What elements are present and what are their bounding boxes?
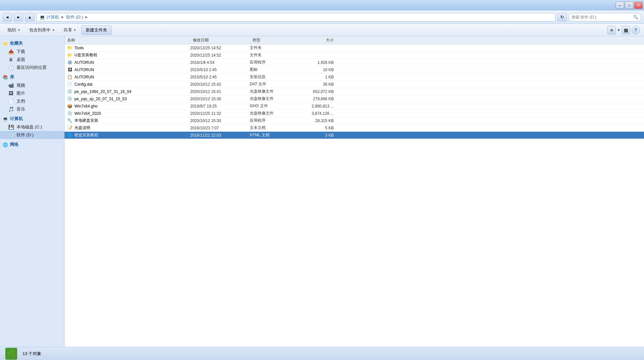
file-name-text: pe_yqs_xp_20_07_31_15_53 <box>74 97 127 101</box>
file-name-text: Win7x64.gho <box>74 104 98 109</box>
sidebar-computer-header[interactable]: 💻 计算机 <box>0 114 64 123</box>
main-layout: ⭐ 收藏夹 📥 下载 🖥 桌面 🕐 最近访问的位置 📚 库 <box>0 36 644 347</box>
up-button[interactable]: ▲ <box>25 13 34 22</box>
file-date-cell: 2016/1/8 4:54 <box>190 60 250 65</box>
sidebar-item-pictures[interactable]: 🖼 图片 <box>0 89 64 97</box>
sidebar-network-header[interactable]: 🌐 网络 <box>0 140 64 149</box>
col-header-type[interactable]: 类型 <box>250 37 296 43</box>
table-row[interactable]: 🔧 本地硬盘安装 2020/10/12 15:30 应用程序 28,315 KB <box>64 117 644 124</box>
help-button[interactable]: ? <box>631 26 640 34</box>
computer-label: 计算机 <box>10 116 23 122</box>
help-icon: ? <box>634 27 637 32</box>
sidebar-item-documents[interactable]: 📄 文档 <box>0 97 64 105</box>
sidebar-item-download[interactable]: 📥 下载 <box>0 48 64 56</box>
minimize-button[interactable]: ─ <box>616 2 624 9</box>
table-row[interactable]: 🖼 AUTORUN 2015/5/10 2:45 图标 10 KB <box>64 66 644 73</box>
details-view-button[interactable]: ▦ <box>622 26 630 34</box>
file-name-cell: 📁 Tools <box>64 45 190 51</box>
breadcrumb-icon: 💻 <box>39 15 45 20</box>
file-name-text: 本地硬盘安装 <box>74 118 98 123</box>
table-row[interactable]: 💿 Win7x64_2020 2020/12/25 11:32 光盘映像文件 3… <box>64 110 644 117</box>
back-button[interactable]: ◄ <box>3 13 12 22</box>
library-label: 库 <box>10 74 14 80</box>
pictures-icon: 🖼 <box>8 90 14 96</box>
file-type-cell: 光盘映像文件 <box>250 89 296 94</box>
col-header-name[interactable]: 名称 <box>64 37 190 43</box>
file-type-icon: 📦 <box>67 104 72 109</box>
table-row[interactable]: ⚙️ AUTORUN 2016/1/8 4:54 应用程序 1,926 KB <box>64 59 644 66</box>
favorites-icon: ⭐ <box>3 41 8 46</box>
file-name-cell: ⚙️ AUTORUN <box>64 60 190 65</box>
file-size-cell: 652,072 KB <box>296 89 339 94</box>
share-arrow: ▼ <box>73 28 76 32</box>
table-row[interactable]: 📋 AUTORUN 2015/5/10 2:45 安装信息 1 KB <box>64 73 644 81</box>
breadcrumb[interactable]: 💻 计算机 ► 软件 (D:) ► <box>36 13 555 22</box>
table-row[interactable]: 💿 pe_yqs_xp_20_07_31_15_53 2020/10/12 15… <box>64 95 644 103</box>
file-name-cell: 🖼 AUTORUN <box>64 67 190 72</box>
new-folder-button[interactable]: 新建文件夹 <box>81 25 111 35</box>
file-size-cell: 2,900,813 ... <box>296 104 339 109</box>
refresh-button[interactable]: ↻ <box>557 13 567 22</box>
search-bar[interactable]: 🔍 <box>569 13 641 22</box>
file-name-cell: 📦 Win7x64.gho <box>64 104 190 109</box>
sidebar-section-favorites: ⭐ 收藏夹 📥 下载 🖥 桌面 🕐 最近访问的位置 <box>0 39 64 71</box>
view-icon: ≡ <box>610 27 613 33</box>
forward-button[interactable]: ► <box>14 13 23 22</box>
table-row[interactable]: 📝 光盘说明 2016/10/23 7:07 文本文档 5 KB <box>64 124 644 132</box>
sidebar-item-drive-c[interactable]: 💾 本地磁盘 (C:) <box>0 123 64 131</box>
table-row[interactable]: 📁 Tools 2020/12/25 14:52 文件夹 <box>64 44 644 52</box>
table-row[interactable]: 💿 pe_yqs_1064_20_07_31_16_04 2020/10/12 … <box>64 88 644 95</box>
include-library-button[interactable]: 包含到库中 ▼ <box>25 25 59 35</box>
drive-c-icon: 💾 <box>8 124 14 130</box>
table-row[interactable]: 📁 U盘安装教程 2020/12/25 14:52 文件夹 <box>64 52 644 59</box>
sidebar-item-drive-d[interactable]: 💿 软件 (D:) <box>0 131 64 139</box>
share-button[interactable]: 共享 ▼ <box>60 25 80 35</box>
table-row[interactable]: 📄 Config.dat 2020/10/12 15:42 DAT 文件 36 … <box>64 81 644 88</box>
close-button[interactable]: ✕ <box>634 2 643 9</box>
file-type-icon: 📝 <box>67 125 72 131</box>
breadcrumb-computer[interactable]: 计算机 <box>46 14 59 20</box>
sidebar-drive-c-label: 本地磁盘 (C:) <box>17 124 42 130</box>
col-header-date[interactable]: 修改日期 <box>190 37 250 43</box>
table-row[interactable]: 🌐 硬盘安装教程 2016/11/21 22:03 HTML 文档 3 KB <box>64 132 644 139</box>
file-name-cell: 📄 Config.dat <box>64 82 190 87</box>
file-type-cell: 应用程序 <box>250 60 296 65</box>
breadcrumb-drive[interactable]: 软件 (D:) <box>66 14 83 20</box>
search-icon: 🔍 <box>633 15 638 20</box>
file-date-cell: 2016/11/21 22:03 <box>190 133 250 138</box>
file-size-cell: 5 KB <box>296 126 339 130</box>
file-type-icon: 📄 <box>67 82 72 87</box>
sidebar-favorites-header[interactable]: ⭐ 收藏夹 <box>0 39 64 48</box>
organize-label: 组织 <box>8 27 16 33</box>
view-arrow: ▼ <box>617 28 620 32</box>
sidebar-item-recent[interactable]: 🕐 最近访问的位置 <box>0 64 64 71</box>
sidebar-pictures-label: 图片 <box>17 90 25 96</box>
col-header-size[interactable]: 大小 <box>296 37 339 43</box>
computer-icon: 💻 <box>3 116 8 121</box>
share-label: 共享 <box>64 27 72 33</box>
sidebar-library-header[interactable]: 📚 库 <box>0 73 64 81</box>
maximize-button[interactable]: □ <box>625 2 633 9</box>
sidebar-item-desktop[interactable]: 🖥 桌面 <box>0 56 64 64</box>
file-type-icon: 📁 <box>67 53 72 58</box>
refresh-icon: ↻ <box>560 15 564 20</box>
file-type-icon: 💿 <box>67 89 72 94</box>
search-input[interactable] <box>572 15 632 20</box>
file-type-cell: 光盘映像文件 <box>250 111 296 116</box>
logo-icon: 🌿 <box>7 350 16 358</box>
sidebar-item-video[interactable]: 📹 视频 <box>0 81 64 89</box>
file-type-cell: 应用程序 <box>250 118 296 123</box>
file-type-icon: 🔧 <box>67 118 72 123</box>
file-type-cell: 文本文档 <box>250 125 296 131</box>
organize-button[interactable]: 组织 ▼ <box>4 25 24 35</box>
sidebar-item-music[interactable]: 🎵 音乐 <box>0 105 64 113</box>
favorites-label: 收藏夹 <box>10 40 23 46</box>
view-button[interactable]: ≡ <box>607 26 616 34</box>
file-name-cell: 🔧 本地硬盘安装 <box>64 118 190 123</box>
details-icon: ▦ <box>624 27 628 33</box>
file-type-cell: DAT 文件 <box>250 81 296 87</box>
recent-icon: 🕐 <box>8 65 14 70</box>
file-size-cell: 3,874,126 ... <box>296 111 339 116</box>
sidebar-section-computer: 💻 计算机 💾 本地磁盘 (C:) 💿 软件 (D:) <box>0 114 64 139</box>
table-row[interactable]: 📦 Win7x64.gho 2019/9/7 19:25 GHO 文件 2,90… <box>64 103 644 110</box>
